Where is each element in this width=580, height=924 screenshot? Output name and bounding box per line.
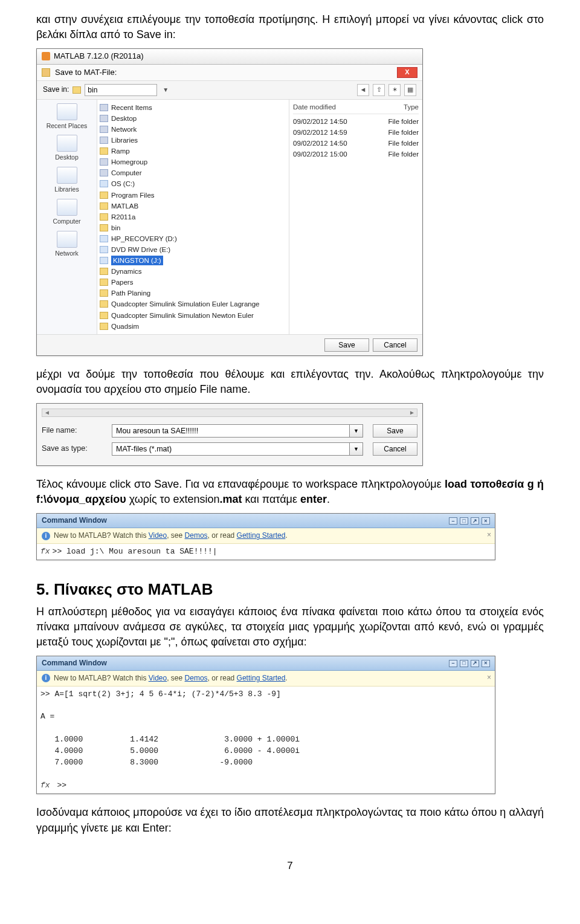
tree-item[interactable]: KINGSTON (J:) (100, 255, 286, 266)
tree-item[interactable]: Papers (100, 277, 286, 288)
tree-item[interactable]: Quadcopter Simulink Simulation Newton Eu… (100, 310, 286, 321)
new-folder-icon[interactable]: ✶ (388, 84, 401, 96)
tree-item[interactable]: DVD RW Drive (E:) (100, 244, 286, 255)
save-as-type-field[interactable] (112, 442, 350, 456)
tree-item-label: HP_RECOVERY (D:) (111, 234, 177, 244)
tree-item[interactable]: bin (100, 222, 286, 233)
minimize-icon[interactable]: – (449, 660, 457, 667)
tree-item[interactable]: R2011a (100, 212, 286, 222)
place-recent-places[interactable]: Recent Places (39, 103, 94, 131)
tree-item-label: OS (C:) (111, 179, 135, 189)
tree-item[interactable]: Ramp (100, 146, 286, 157)
folder-icon (100, 312, 108, 319)
details-row: 09/02/2012 15:00File folder (293, 149, 419, 160)
save-button[interactable]: Save (324, 338, 369, 352)
tree-item[interactable]: Recent Items (100, 102, 286, 113)
cw-banner: i New to MATLAB? Watch this Video, see D… (37, 528, 495, 544)
info-icon: i (42, 532, 50, 540)
save-in-field[interactable] (85, 84, 157, 96)
command-window-load: Command Window – □ ↗ × i New to MATLAB? … (36, 513, 495, 560)
hscrollbar[interactable] (42, 409, 417, 417)
tree-item[interactable]: Libraries (100, 135, 286, 146)
banner-close-icon[interactable]: × (487, 673, 491, 683)
para-4: Η απλούστερη μέθοδος για να εισαγάγει κά… (36, 604, 544, 650)
cw-body[interactable]: fx>> load j:\ Mou aresoun ta SAE!!!!| (37, 544, 495, 560)
places-bar: Recent PlacesDesktopLibrariesComputerNet… (37, 100, 97, 334)
minimize-icon[interactable]: – (449, 517, 457, 525)
para3-g: . (327, 493, 330, 505)
save-button[interactable]: Save (373, 424, 417, 438)
cancel-button[interactable]: Cancel (373, 442, 417, 456)
folder-icon (100, 268, 108, 275)
banner-close-icon[interactable]: × (487, 530, 491, 540)
getting-started-link[interactable]: Getting Started (237, 531, 286, 540)
maximize-icon[interactable]: □ (460, 517, 468, 525)
tree-item[interactable]: OS (C:) (100, 178, 286, 189)
tree-item[interactable]: Program Files (100, 190, 286, 201)
tree-item[interactable]: Homegroup (100, 157, 286, 167)
tree-item-label: Libraries (111, 135, 138, 145)
undock-icon[interactable]: ↗ (471, 517, 479, 525)
place-libraries[interactable]: Libraries (39, 167, 94, 194)
tree-item[interactable]: HP_RECOVERY (D:) (100, 233, 286, 244)
undock-icon[interactable]: ↗ (471, 660, 479, 667)
place-icon (57, 199, 77, 216)
folder-icon (100, 279, 108, 286)
maximize-icon[interactable]: □ (460, 660, 468, 667)
page-number: 7 (36, 859, 544, 873)
tree-item-label: Papers (111, 277, 133, 287)
folder-tree[interactable]: Recent ItemsDesktopNetworkLibrariesRampH… (97, 100, 289, 334)
getting-started-link[interactable]: Getting Started (237, 674, 286, 682)
place-label: Recent Places (47, 121, 88, 131)
fx-icon: fx (40, 781, 50, 790)
file-name-field[interactable] (112, 424, 350, 438)
drive-icon (100, 257, 108, 264)
place-desktop[interactable]: Desktop (39, 135, 94, 162)
tree-item[interactable]: Dynamics (100, 266, 286, 277)
save-in-label: Save in: (43, 85, 69, 95)
cw-body[interactable]: >> A=[1 sqrt(2) 3+j; 4 5 6-4*i; (7-2)*4/… (37, 687, 495, 794)
views-icon[interactable]: ▦ (404, 84, 416, 96)
tree-item-label: Path Planing (111, 288, 150, 298)
video-link[interactable]: Video (149, 674, 167, 682)
demos-link[interactable]: Demos (185, 531, 208, 540)
tree-item[interactable]: MATLAB (100, 201, 286, 212)
details-pane: Date modified Type 09/02/2012 14:50File … (289, 100, 422, 334)
chevron-down-icon[interactable]: ▼ (350, 442, 363, 456)
tree-item-label: KINGSTON (J:) (111, 256, 163, 265)
tree-item[interactable]: Quadcopter Simulink Simulation Euler Lag… (100, 299, 286, 309)
place-icon (57, 231, 77, 248)
back-icon[interactable]: ◄ (357, 84, 369, 96)
tree-item[interactable]: Network (100, 124, 286, 135)
tree-item-label: Computer (111, 168, 142, 178)
col-type: Type (404, 102, 419, 112)
up-icon[interactable]: ⇧ (373, 84, 385, 96)
close-icon[interactable]: × (482, 517, 490, 525)
tree-item[interactable]: Quadsim (100, 321, 286, 332)
tree-item[interactable]: Computer (100, 167, 286, 178)
tree-item[interactable]: Desktop (100, 113, 286, 124)
cancel-button[interactable]: Cancel (373, 338, 417, 352)
tree-item-label: Homegroup (111, 157, 147, 167)
tree-item-label: Quadsim (111, 321, 139, 331)
date-modified: 09/02/2012 14:59 (293, 128, 347, 137)
cw-banner-text4: . (285, 674, 287, 682)
file-type: File folder (388, 149, 419, 159)
demos-link[interactable]: Demos (185, 674, 208, 682)
chevron-down-icon[interactable]: ▼ (161, 86, 170, 94)
close-icon[interactable]: X (397, 67, 417, 78)
chevron-down-icon[interactable]: ▼ (350, 424, 363, 438)
info-icon: i (42, 674, 50, 682)
file-type: File folder (388, 138, 419, 148)
close-icon[interactable]: × (482, 660, 490, 667)
place-computer[interactable]: Computer (39, 199, 94, 226)
place-icon (57, 103, 77, 120)
tree-item[interactable]: Path Planing (100, 288, 286, 299)
folder-icon (72, 86, 81, 94)
place-label: Libraries (54, 185, 79, 194)
cw-banner-text4: . (285, 531, 287, 540)
video-link[interactable]: Video (149, 531, 167, 540)
save-dialog-screenshot: MATLAB 7.12.0 (R2011a) Save to MAT-File:… (36, 48, 423, 355)
place-network[interactable]: Network (39, 231, 94, 258)
file-name-label: File name: (42, 425, 102, 436)
